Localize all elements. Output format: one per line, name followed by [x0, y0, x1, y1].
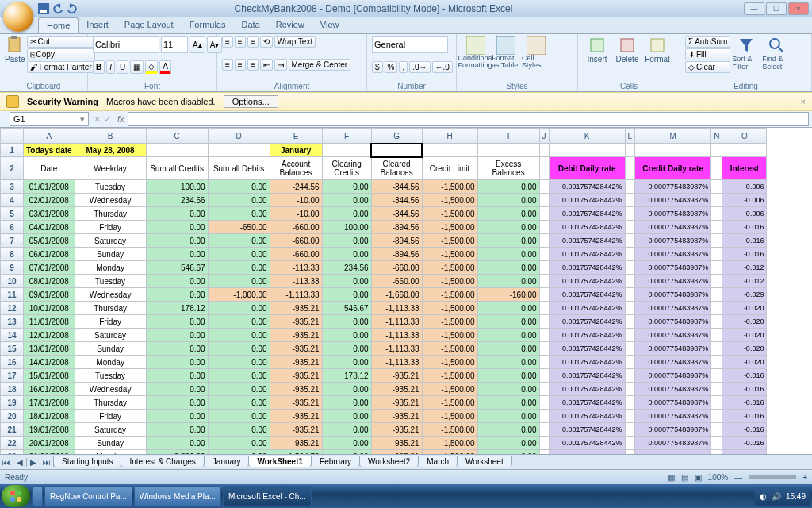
row-header[interactable]: 16	[1, 356, 24, 369]
sheet-next-button[interactable]: ▶	[27, 458, 40, 467]
cell[interactable]: Account Balances	[270, 157, 322, 180]
cell[interactable]: Friday	[75, 410, 146, 423]
cell[interactable]: -344.56	[371, 194, 422, 207]
cell[interactable]	[539, 450, 549, 455]
cell[interactable]: -935.21	[270, 423, 322, 437]
paste-button[interactable]: Paste	[5, 36, 25, 73]
cell[interactable]: 0.00	[477, 180, 539, 194]
cell[interactable]: -1,500.00	[422, 180, 477, 194]
cell[interactable]: 0.00	[477, 369, 539, 383]
taskbar-app-button[interactable]: Windows Media Pla...	[134, 486, 221, 506]
cell[interactable]: 0.00	[477, 356, 539, 369]
cell[interactable]	[625, 356, 635, 369]
cell[interactable]: 0.00	[477, 207, 539, 221]
cell[interactable]: 0.00	[477, 410, 539, 423]
cell[interactable]: 0.00	[322, 342, 371, 356]
row-header[interactable]: 10	[1, 275, 24, 288]
cell[interactable]: -935.21	[371, 423, 422, 437]
fill-button[interactable]: ⬇ Fill	[685, 48, 730, 60]
cell[interactable]: 0.00	[477, 437, 539, 450]
cell[interactable]: -0.006	[722, 194, 767, 207]
cell[interactable]: 0.001757428442%	[549, 180, 625, 194]
cell[interactable]	[625, 396, 635, 410]
tab-page-layout[interactable]: Page Layout	[117, 17, 182, 33]
cell[interactable]: Sunday	[75, 342, 146, 356]
cell[interactable]: 15/01/2008	[24, 369, 75, 383]
italic-button[interactable]: I	[106, 60, 115, 74]
cell[interactable]: 0.00	[477, 248, 539, 261]
sheet-last-button[interactable]: ⏭	[40, 458, 54, 467]
cell[interactable]: 0.000775483987%	[635, 261, 711, 275]
cell[interactable]: 0.00	[322, 180, 371, 194]
selected-cell[interactable]	[371, 144, 422, 157]
align-bot-button[interactable]: ≡	[247, 36, 259, 48]
sheet-tab[interactable]: February	[311, 456, 360, 467]
cell[interactable]: -160.00	[477, 288, 539, 302]
row-header[interactable]: 22	[1, 437, 24, 450]
cell[interactable]	[539, 288, 549, 302]
cell[interactable]: -1,500.00	[422, 369, 477, 383]
cell[interactable]: Friday	[75, 315, 146, 329]
cell[interactable]	[539, 234, 549, 248]
cell[interactable]: -1,000.00	[208, 288, 270, 302]
view-layout-button[interactable]: ▤	[681, 473, 688, 482]
cell[interactable]: -1,500.00	[422, 248, 477, 261]
cell[interactable]: -244.56	[270, 180, 322, 194]
cell[interactable]: -660.00	[371, 261, 422, 275]
cell[interactable]: -1,500.00	[422, 383, 477, 396]
cell[interactable]	[711, 302, 722, 315]
cell[interactable]	[711, 396, 722, 410]
col-header[interactable]: I	[477, 129, 539, 144]
view-normal-button[interactable]: ▦	[668, 473, 675, 482]
cell[interactable]: 0.00	[477, 396, 539, 410]
cell[interactable]	[711, 410, 722, 423]
cell[interactable]: -0.016	[722, 410, 767, 423]
cell[interactable]: 0.00	[322, 194, 371, 207]
cell[interactable]: 0.000775483987%	[635, 194, 711, 207]
cell[interactable]: 0.001757428442%	[549, 261, 625, 275]
cell[interactable]: Thursday	[75, 207, 146, 221]
cell[interactable]: 0.000775483987%	[635, 383, 711, 396]
cell[interactable]: -344.56	[371, 207, 422, 221]
taskbar-app-button[interactable]: Microsoft Excel - Ch...	[223, 486, 312, 506]
copy-button[interactable]: ⎘Copy	[27, 48, 95, 60]
cell[interactable]: Sunday	[75, 437, 146, 450]
cell[interactable]: 0.001757428442%	[549, 194, 625, 207]
cell[interactable]: 0.00	[208, 234, 270, 248]
cell[interactable]	[625, 410, 635, 423]
cell[interactable]: 0.00	[146, 342, 208, 356]
tab-review[interactable]: Review	[268, 17, 312, 33]
cell[interactable]	[711, 180, 722, 194]
cell[interactable]	[711, 356, 722, 369]
maximize-button[interactable]: ☐	[766, 2, 787, 15]
cell[interactable]: Saturday	[75, 329, 146, 342]
cell[interactable]: 02/01/2008	[24, 194, 75, 207]
align-center-button[interactable]: ≡	[235, 59, 246, 71]
dec-decimal-button[interactable]: ←.0	[432, 61, 453, 73]
cell[interactable]: -344.56	[371, 180, 422, 194]
cell[interactable]: -1,500.00	[422, 410, 477, 423]
cell[interactable]: 0.00	[146, 234, 208, 248]
cell[interactable]: -0.016	[722, 450, 767, 455]
row-header[interactable]: 15	[1, 342, 24, 356]
align-top-button[interactable]: ≡	[222, 36, 233, 48]
font-name-select[interactable]	[93, 36, 159, 53]
cell[interactable]: Credit Daily rate	[635, 157, 711, 180]
cell[interactable]: Monday	[75, 356, 146, 369]
cell[interactable]: 0.00	[208, 369, 270, 383]
cell[interactable]	[539, 275, 549, 288]
redo-icon[interactable]	[67, 3, 78, 14]
cell[interactable]: 0.00	[146, 207, 208, 221]
cell[interactable]: 0.00	[477, 194, 539, 207]
row-header[interactable]: 14	[1, 329, 24, 342]
taskbar-app-button[interactable]: RegNow Control Pa...	[44, 486, 132, 506]
cell[interactable]	[625, 194, 635, 207]
tray-icon[interactable]: ◐	[760, 492, 767, 501]
cell[interactable]	[549, 144, 625, 157]
cell[interactable]: 0.00	[146, 369, 208, 383]
cell[interactable]	[322, 144, 371, 157]
cell[interactable]: -0.029	[722, 288, 767, 302]
cell[interactable]	[625, 329, 635, 342]
cell[interactable]: 0.00	[146, 248, 208, 261]
cell[interactable]: 0.00	[146, 437, 208, 450]
